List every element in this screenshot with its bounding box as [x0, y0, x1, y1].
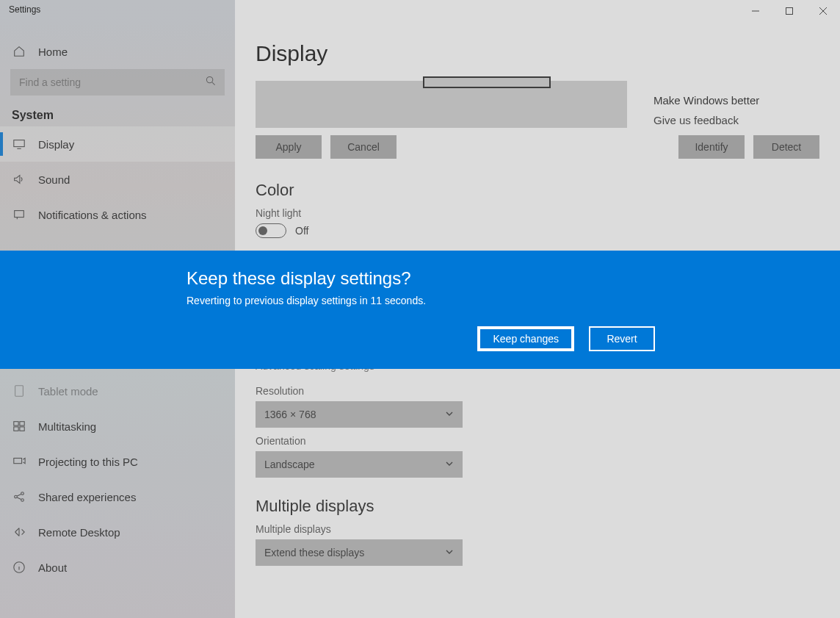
- night-light-value: Off: [295, 225, 308, 237]
- sidebar-item-shared[interactable]: Shared experiences: [0, 479, 235, 514]
- revert-button[interactable]: Revert: [589, 326, 655, 351]
- projecting-icon: [12, 454, 26, 469]
- resolution-label: Resolution: [256, 385, 819, 397]
- svg-point-11: [21, 492, 24, 495]
- sidebar-item-remote[interactable]: Remote Desktop: [0, 514, 235, 550]
- search-input[interactable]: [10, 69, 225, 96]
- feedback-link[interactable]: Give us feedback: [653, 114, 759, 126]
- minimize-button[interactable]: [739, 0, 772, 22]
- shared-icon: [12, 489, 26, 504]
- remote-icon: [12, 525, 26, 539]
- sidebar-item-projecting[interactable]: Projecting to this PC: [0, 444, 235, 479]
- window-controls: [739, 0, 840, 22]
- dialog-message: Reverting to previous display settings i…: [187, 295, 840, 306]
- svg-rect-8: [20, 427, 24, 431]
- identify-button[interactable]: Identify: [678, 135, 745, 159]
- confirm-dialog: Keep these display settings? Reverting t…: [0, 251, 840, 369]
- sidebar-item-label: Multitasking: [38, 420, 96, 433]
- sidebar-item-sound[interactable]: Sound: [0, 162, 235, 197]
- sidebar-item-label: Display: [38, 138, 74, 151]
- sidebar-item-label: Remote Desktop: [38, 526, 120, 539]
- category-heading: System: [0, 109, 235, 126]
- resolution-dropdown[interactable]: 1366 × 768: [256, 401, 463, 428]
- chevron-down-icon: [445, 409, 454, 420]
- svg-point-1: [206, 76, 212, 82]
- section-multiple: Multiple displays: [256, 497, 819, 516]
- home-label: Home: [38, 46, 68, 58]
- notifications-icon: [12, 207, 26, 222]
- close-button[interactable]: [806, 0, 840, 22]
- sidebar-item-label: Tablet mode: [38, 385, 98, 398]
- maximize-button[interactable]: [772, 0, 806, 22]
- svg-point-12: [21, 499, 24, 502]
- display-arrangement[interactable]: [256, 81, 627, 128]
- svg-rect-5: [14, 422, 18, 425]
- arrange-buttons: Apply Cancel Identify Detect: [256, 135, 819, 159]
- multitasking-icon: [12, 419, 26, 434]
- svg-rect-9: [14, 459, 22, 464]
- right-title: Make Windows better: [653, 94, 759, 107]
- window-title: Settings: [9, 4, 40, 15]
- svg-rect-6: [20, 422, 24, 425]
- display-icon: [12, 137, 26, 151]
- search-wrap: [10, 69, 225, 96]
- chevron-down-icon: [445, 547, 454, 558]
- orientation-value: Landscape: [264, 459, 315, 470]
- search-icon: [206, 76, 216, 89]
- section-color: Color: [256, 181, 819, 200]
- orientation-dropdown[interactable]: Landscape: [256, 451, 463, 478]
- dialog-buttons: Keep changes Revert: [477, 326, 655, 351]
- home-link[interactable]: Home: [0, 34, 235, 69]
- svg-rect-4: [15, 386, 23, 396]
- right-column: Make Windows better Give us feedback: [653, 94, 759, 126]
- sidebar-item-display[interactable]: Display: [0, 126, 235, 162]
- svg-rect-7: [14, 427, 18, 431]
- night-light-row: Off: [256, 223, 819, 238]
- sidebar-item-tablet-mode[interactable]: Tablet mode: [0, 373, 235, 409]
- svg-rect-3: [15, 211, 24, 218]
- chevron-down-icon: [445, 459, 454, 470]
- dialog-title: Keep these display settings?: [187, 268, 840, 289]
- home-icon: [12, 44, 26, 59]
- night-light-toggle[interactable]: [256, 223, 286, 238]
- selected-display-outline: [423, 76, 551, 88]
- sidebar-item-label: About: [38, 561, 67, 574]
- sidebar-item-label: Shared experiences: [38, 491, 136, 503]
- apply-button[interactable]: Apply: [256, 135, 322, 159]
- keep-changes-button[interactable]: Keep changes: [477, 326, 574, 351]
- about-icon: [12, 560, 26, 575]
- sidebar-item-notifications[interactable]: Notifications & actions: [0, 197, 235, 232]
- tablet-icon: [12, 384, 26, 398]
- svg-rect-2: [14, 140, 24, 147]
- sidebar-item-multitasking[interactable]: Multitasking: [0, 409, 235, 444]
- multiple-value: Extend these displays: [264, 547, 364, 558]
- night-light-label: Night light: [256, 207, 819, 219]
- resolution-value: 1366 × 768: [264, 409, 316, 420]
- sidebar-item-label: Notifications & actions: [38, 209, 147, 221]
- svg-rect-0: [786, 8, 793, 15]
- titlebar: Settings: [0, 0, 840, 22]
- multiple-dropdown[interactable]: Extend these displays: [256, 539, 463, 566]
- cancel-button[interactable]: Cancel: [330, 135, 397, 159]
- orientation-label: Orientation: [256, 435, 819, 447]
- sidebar-item-label: Sound: [38, 173, 70, 186]
- svg-point-10: [15, 495, 18, 498]
- sound-icon: [12, 172, 26, 187]
- settings-window: Settings Home System Display Sound Notif…: [0, 0, 840, 618]
- detect-button[interactable]: Detect: [753, 135, 819, 159]
- sidebar-item-about[interactable]: About: [0, 550, 235, 585]
- sidebar-item-label: Projecting to this PC: [38, 456, 138, 468]
- page-title: Display: [256, 41, 819, 66]
- multiple-label: Multiple displays: [256, 523, 819, 535]
